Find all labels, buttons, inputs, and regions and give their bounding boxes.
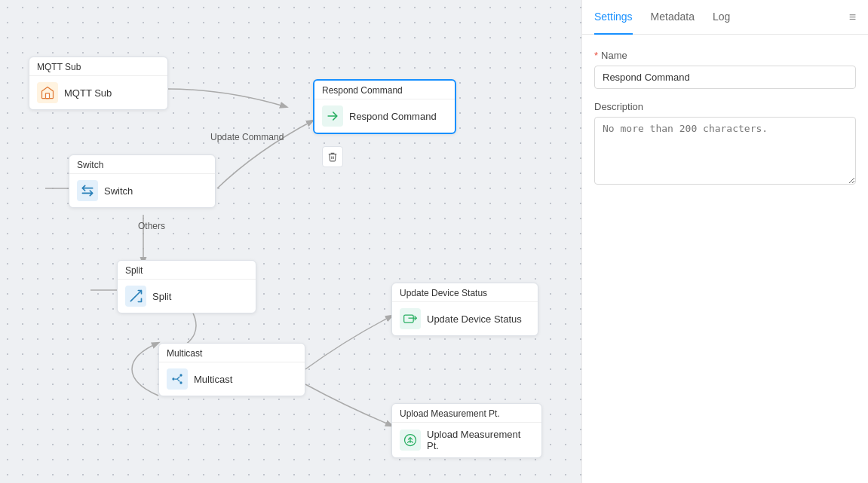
node-update-device[interactable]: Update Device Status Update Device Statu… — [391, 283, 538, 336]
node-switch-label: Switch — [104, 185, 133, 197]
node-split-title: Split — [118, 261, 256, 280]
svg-rect-0 — [46, 93, 50, 99]
svg-point-3 — [179, 381, 182, 384]
edge-label-update-command: Update Command — [210, 132, 284, 142]
switch-icon — [77, 180, 98, 201]
name-required: * — [594, 50, 598, 61]
description-textarea[interactable] — [594, 117, 856, 185]
node-multicast-label: Multicast — [194, 374, 232, 385]
node-mqtt-label: MQTT Sub — [64, 87, 112, 99]
node-switch[interactable]: Switch Switch — [69, 154, 216, 208]
svg-rect-4 — [404, 315, 414, 323]
tab-settings[interactable]: Settings — [594, 0, 633, 35]
update-device-icon — [400, 308, 421, 329]
node-respond-title: Respond Command — [314, 81, 455, 99]
tab-log[interactable]: Log — [713, 0, 730, 35]
upload-measurement-icon — [400, 430, 421, 451]
node-respond[interactable]: Respond Command Respond Command — [313, 79, 456, 134]
node-multicast-title: Multicast — [159, 344, 305, 362]
node-upload-measurement-title: Upload Measurement Pt. — [392, 404, 541, 423]
node-mqtt-title: MQTT Sub — [29, 57, 167, 76]
node-respond-label: Respond Command — [349, 111, 437, 122]
mqtt-icon — [37, 82, 58, 103]
node-update-device-label: Update Device Status — [427, 313, 522, 325]
panel-content: *Name Description — [582, 35, 868, 483]
node-switch-title: Switch — [69, 155, 215, 174]
respond-icon — [322, 105, 343, 127]
description-label: Description — [594, 101, 856, 112]
svg-point-2 — [179, 374, 182, 376]
node-update-device-title: Update Device Status — [392, 283, 538, 302]
edge-label-others: Others — [138, 221, 165, 231]
node-split[interactable]: Split Split — [117, 260, 256, 313]
svg-point-1 — [172, 378, 174, 380]
right-panel: Settings Metadata Log ≡ *Name Descriptio… — [581, 0, 868, 483]
name-label: *Name — [594, 50, 856, 61]
node-upload-measurement[interactable]: Upload Measurement Pt. Upload Measuremen… — [391, 403, 542, 458]
delete-button[interactable] — [322, 146, 343, 167]
panel-menu-icon[interactable]: ≡ — [849, 11, 856, 24]
multicast-icon — [167, 368, 188, 390]
split-icon — [125, 286, 146, 307]
canvas[interactable]: Update Command Others MQTT Sub MQTT Sub … — [0, 0, 581, 483]
node-upload-measurement-label: Upload Measurement Pt. — [427, 429, 534, 451]
name-input[interactable] — [594, 66, 856, 89]
tab-metadata[interactable]: Metadata — [651, 0, 695, 35]
node-multicast[interactable]: Multicast Multicast — [158, 343, 305, 396]
node-split-label: Split — [152, 291, 171, 302]
panel-tabs: Settings Metadata Log ≡ — [582, 0, 868, 35]
node-mqtt[interactable]: MQTT Sub MQTT Sub — [29, 57, 168, 110]
